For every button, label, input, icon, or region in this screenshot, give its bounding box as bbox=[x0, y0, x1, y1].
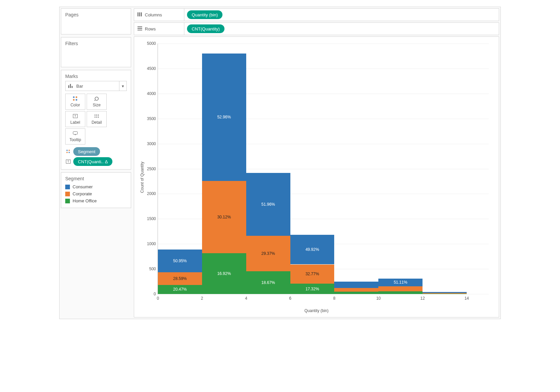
bar-group[interactable]: 17.32%32.77%49.92% bbox=[290, 235, 335, 294]
left-panels: Pages Filters Marks Bar ▾ bbox=[61, 8, 131, 317]
svg-rect-20 bbox=[137, 30, 142, 30]
bar-segment[interactable] bbox=[334, 292, 378, 294]
bar-segment[interactable] bbox=[378, 291, 423, 294]
mark-type-label: Bar bbox=[76, 84, 83, 89]
bar-segment[interactable] bbox=[423, 293, 467, 294]
marks-tooltip-button[interactable]: Tooltip bbox=[65, 128, 85, 144]
bar-segment[interactable]: 16.92% bbox=[202, 253, 246, 294]
y-tick-label: 1000 bbox=[147, 241, 158, 246]
y-tick-label: 4000 bbox=[147, 91, 158, 96]
svg-point-10 bbox=[96, 117, 97, 118]
marks-size-button[interactable]: Size bbox=[87, 94, 107, 110]
mark-type-dropdown[interactable]: Bar ▾ bbox=[65, 81, 127, 91]
marks-label-pill-row: T CNT(Quanti.. Δ bbox=[65, 157, 127, 166]
y-tick-label: 500 bbox=[149, 267, 158, 271]
x-tick-label: 12 bbox=[421, 294, 425, 301]
bar-segment[interactable]: 30.12% bbox=[202, 181, 246, 254]
svg-point-7 bbox=[96, 115, 97, 116]
bar-segment[interactable]: 49.92% bbox=[290, 235, 335, 264]
columns-shelf-label: Columns bbox=[145, 12, 162, 17]
legend-swatch bbox=[65, 199, 70, 203]
filters-panel[interactable]: Filters bbox=[61, 37, 131, 67]
legend-item[interactable]: Home Office bbox=[65, 197, 127, 204]
bar-segment[interactable] bbox=[378, 286, 423, 291]
x-tick-label: 0 bbox=[157, 294, 159, 301]
bar-group[interactable] bbox=[423, 292, 467, 294]
bar-segment[interactable]: 50.95% bbox=[158, 250, 202, 272]
marks-detail-button[interactable]: Detail bbox=[87, 111, 107, 127]
bar-segment-label: 28.59% bbox=[158, 276, 202, 281]
bar-segment[interactable]: 51.96% bbox=[246, 173, 290, 236]
marks-label-button[interactable]: T Label bbox=[65, 111, 85, 127]
color-pill-segment[interactable]: Segment bbox=[73, 147, 100, 156]
y-tick-label: 1500 bbox=[147, 216, 158, 221]
svg-point-8 bbox=[98, 115, 99, 116]
legend-item[interactable]: Corporate bbox=[65, 190, 127, 197]
svg-rect-18 bbox=[137, 26, 142, 27]
filters-title: Filters bbox=[65, 41, 127, 46]
pages-panel[interactable]: Pages bbox=[61, 8, 131, 34]
legend-panel: Segment ConsumerCorporateHome Office bbox=[61, 172, 131, 208]
bar-segment[interactable] bbox=[423, 292, 467, 293]
y-tick-label: 3000 bbox=[147, 141, 158, 146]
bar-group[interactable]: 16.92%30.12%52.96% bbox=[202, 54, 246, 294]
label-icon: T bbox=[73, 113, 78, 119]
bar-segment[interactable]: 17.32% bbox=[290, 284, 335, 294]
bar-segment[interactable] bbox=[334, 288, 378, 292]
marks-color-button[interactable]: Color bbox=[65, 94, 85, 110]
marks-panel: Marks Bar ▾ Color bbox=[61, 70, 131, 170]
delta-icon: Δ bbox=[105, 159, 108, 164]
bar-group[interactable] bbox=[334, 282, 378, 294]
bar-segment-label: 16.92% bbox=[202, 271, 246, 276]
bar-segment[interactable]: 28.59% bbox=[158, 272, 202, 285]
marks-title: Marks bbox=[65, 74, 127, 79]
svg-text:T: T bbox=[67, 160, 69, 163]
legend-label: Home Office bbox=[73, 198, 97, 203]
bar-segment[interactable]: 29.37% bbox=[246, 236, 290, 272]
bar-segment[interactable] bbox=[423, 294, 467, 294]
bar-group[interactable]: 18.67%29.37%51.96% bbox=[246, 173, 290, 294]
app-root: Pages Filters Marks Bar ▾ bbox=[59, 7, 501, 319]
svg-rect-19 bbox=[137, 28, 142, 29]
svg-rect-2 bbox=[72, 86, 73, 88]
y-tick-label: 2500 bbox=[147, 167, 158, 171]
marks-color-pill-row: Segment bbox=[65, 147, 127, 156]
x-tick-label: 6 bbox=[289, 294, 291, 301]
marks-size-label: Size bbox=[93, 103, 100, 107]
label-icon: T bbox=[65, 160, 71, 164]
bar-segment[interactable]: 32.77% bbox=[290, 265, 335, 284]
size-icon bbox=[94, 96, 99, 101]
columns-pill-quantity-bin[interactable]: Quantity (bin) bbox=[187, 10, 222, 19]
bar-segment[interactable]: 20.47% bbox=[158, 285, 202, 294]
legend-label: Corporate bbox=[73, 191, 92, 196]
color-icon bbox=[73, 96, 78, 101]
marks-detail-label: Detail bbox=[92, 120, 102, 125]
bar-segment-label: 50.95% bbox=[158, 259, 202, 263]
label-pill-cnt-quantity[interactable]: CNT(Quanti.. Δ bbox=[73, 157, 112, 166]
bar-segment[interactable] bbox=[334, 282, 378, 288]
legend-item[interactable]: Consumer bbox=[65, 183, 127, 190]
y-tick-label: 3500 bbox=[147, 116, 158, 121]
bar-segment[interactable]: 51.11% bbox=[378, 279, 423, 287]
chevron-down-icon[interactable]: ▾ bbox=[119, 81, 126, 91]
plot-area: 0500100015002000250030003500400045005000… bbox=[158, 43, 489, 294]
svg-text:T: T bbox=[74, 114, 76, 118]
bar-segment[interactable]: 18.67% bbox=[246, 271, 290, 294]
bar-group[interactable]: 51.11% bbox=[378, 279, 423, 294]
chart-viz[interactable]: Count of Quantity Quantity (bin) 0500100… bbox=[134, 36, 499, 317]
bar-group[interactable]: 20.47%28.59%50.95% bbox=[158, 250, 202, 294]
columns-shelf[interactable]: Columns Quantity (bin) bbox=[134, 8, 499, 21]
bar-segment[interactable]: 52.96% bbox=[202, 54, 246, 181]
detail-icon bbox=[94, 113, 99, 119]
rows-shelf[interactable]: Rows CNT(Quantity) bbox=[134, 22, 499, 35]
bar-segment-label: 20.47% bbox=[158, 287, 202, 292]
columns-icon bbox=[137, 12, 142, 17]
svg-rect-17 bbox=[141, 12, 142, 16]
tooltip-icon bbox=[73, 131, 78, 136]
right-panels: Columns Quantity (bin) Rows CNT(Quantity… bbox=[134, 8, 499, 317]
y-tick-label: 2000 bbox=[147, 191, 158, 196]
rows-pill-cnt-quantity[interactable]: CNT(Quantity) bbox=[187, 24, 224, 33]
svg-point-3 bbox=[95, 97, 98, 100]
svg-point-11 bbox=[98, 117, 99, 118]
color-icon bbox=[65, 149, 71, 154]
